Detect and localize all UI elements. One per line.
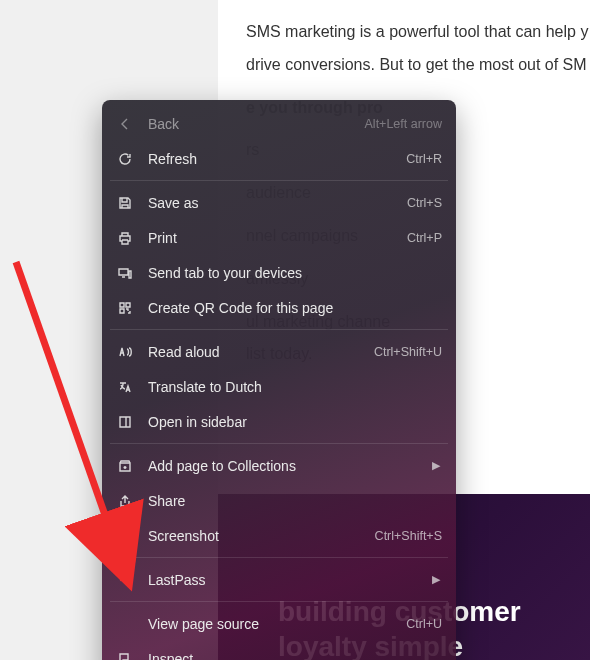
- menu-back[interactable]: Back Alt+Left arrow: [102, 106, 456, 141]
- read-aloud-icon: [116, 343, 134, 361]
- menu-label: Open in sidebar: [148, 414, 442, 430]
- menu-label: Send tab to your devices: [148, 265, 442, 281]
- menu-read-aloud[interactable]: Read aloud Ctrl+Shift+U: [102, 334, 456, 369]
- menu-label: Share: [148, 493, 442, 509]
- back-icon: [116, 115, 134, 133]
- menu-shortcut: Ctrl+U: [406, 617, 442, 631]
- svg-point-0: [120, 578, 122, 580]
- menu-shortcut: Alt+Left arrow: [365, 117, 442, 131]
- svg-point-1: [123, 578, 125, 580]
- chevron-right-icon: ▶: [432, 573, 442, 586]
- menu-label: Screenshot: [148, 528, 361, 544]
- menu-share[interactable]: Share: [102, 483, 456, 518]
- save-icon: [116, 194, 134, 212]
- print-icon: [116, 229, 134, 247]
- menu-separator: [110, 443, 448, 444]
- menu-separator: [110, 180, 448, 181]
- lastpass-icon: [116, 571, 134, 589]
- article-paragraph: drive conversions. But to get the most o…: [246, 53, 590, 78]
- menu-lastpass[interactable]: LastPass ▶: [102, 562, 456, 597]
- menu-shortcut: Ctrl+R: [406, 152, 442, 166]
- menu-label: Create QR Code for this page: [148, 300, 442, 316]
- translate-icon: [116, 378, 134, 396]
- menu-shortcut: Ctrl+Shift+S: [375, 529, 442, 543]
- article-paragraph: SMS marketing is a powerful tool that ca…: [246, 20, 590, 45]
- screenshot-icon: [116, 527, 134, 545]
- menu-label: Print: [148, 230, 393, 246]
- context-menu: Back Alt+Left arrow Refresh Ctrl+R Save …: [102, 100, 456, 660]
- menu-refresh[interactable]: Refresh Ctrl+R: [102, 141, 456, 176]
- collections-icon: [116, 457, 134, 475]
- blank-icon: [116, 615, 134, 633]
- menu-print[interactable]: Print Ctrl+P: [102, 220, 456, 255]
- menu-separator: [110, 557, 448, 558]
- svg-point-2: [127, 578, 129, 580]
- menu-label: Read aloud: [148, 344, 360, 360]
- menu-screenshot[interactable]: Screenshot Ctrl+Shift+S: [102, 518, 456, 553]
- share-icon: [116, 492, 134, 510]
- menu-shortcut: Ctrl+S: [407, 196, 442, 210]
- menu-label: Back: [148, 116, 351, 132]
- devices-icon: [116, 264, 134, 282]
- menu-label: Add page to Collections: [148, 458, 418, 474]
- menu-qr-code[interactable]: Create QR Code for this page: [102, 290, 456, 325]
- menu-shortcut: Ctrl+Shift+U: [374, 345, 442, 359]
- menu-inspect[interactable]: Inspect: [102, 641, 456, 660]
- menu-open-sidebar[interactable]: Open in sidebar: [102, 404, 456, 439]
- menu-label: Refresh: [148, 151, 392, 167]
- menu-label: Save as: [148, 195, 393, 211]
- menu-translate[interactable]: Translate to Dutch: [102, 369, 456, 404]
- menu-label: LastPass: [148, 572, 418, 588]
- menu-label: Inspect: [148, 651, 442, 661]
- menu-shortcut: Ctrl+P: [407, 231, 442, 245]
- menu-send-tab[interactable]: Send tab to your devices: [102, 255, 456, 290]
- chevron-right-icon: ▶: [432, 459, 442, 472]
- menu-label: View page source: [148, 616, 392, 632]
- menu-separator: [110, 329, 448, 330]
- sidebar-icon: [116, 413, 134, 431]
- inspect-icon: [116, 650, 134, 661]
- menu-label: Translate to Dutch: [148, 379, 442, 395]
- menu-separator: [110, 601, 448, 602]
- menu-save-as[interactable]: Save as Ctrl+S: [102, 185, 456, 220]
- refresh-icon: [116, 150, 134, 168]
- qr-icon: [116, 299, 134, 317]
- menu-collections[interactable]: Add page to Collections ▶: [102, 448, 456, 483]
- menu-view-source[interactable]: View page source Ctrl+U: [102, 606, 456, 641]
